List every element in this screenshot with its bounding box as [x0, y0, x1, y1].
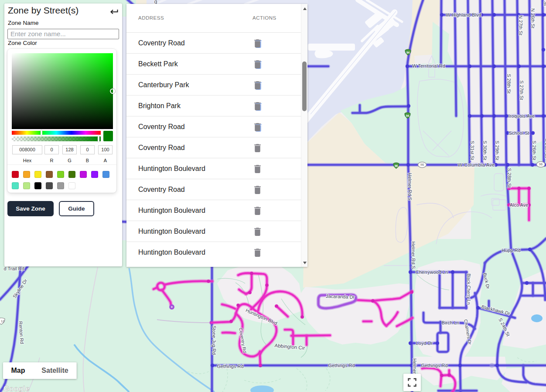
- svg-text:Cherrywood Ln: Cherrywood Ln: [416, 269, 448, 275]
- svg-text:94: 94: [406, 51, 410, 54]
- svg-text:S 30th St: S 30th St: [482, 140, 488, 160]
- svg-text:School St: School St: [508, 130, 529, 136]
- svg-text:Birch Ln: Birch Ln: [442, 320, 459, 325]
- svg-text:12: 12: [1, 320, 4, 323]
- svg-text:Black Cherry Ln: Black Cherry Ln: [466, 273, 471, 304]
- svg-text:St: St: [543, 1, 546, 6]
- svg-text:Alco Ave: Alco Ave: [510, 202, 529, 208]
- svg-text:W Highland Blvd: W Highland Blvd: [446, 12, 481, 17]
- svg-text:S 27th St: S 27th St: [519, 80, 524, 100]
- svg-text:Helmer Rd S: Helmer Rd S: [407, 173, 413, 201]
- svg-text:96: 96: [539, 162, 543, 166]
- svg-text:Loyd Dr: Loyd Dr: [416, 341, 433, 346]
- svg-text:Gethings Rd: Gethings Rd: [328, 363, 355, 368]
- svg-text:S 25th St: S 25th St: [544, 138, 546, 158]
- svg-text:Gethings Rd: Gethings Rd: [217, 364, 243, 369]
- svg-text:96: 96: [395, 164, 398, 167]
- svg-text:W Territorial Rd: W Territorial Rd: [412, 63, 445, 68]
- svg-text:S 31st St: S 31st St: [470, 141, 475, 160]
- svg-text:S 28th St: S 28th St: [506, 74, 512, 93]
- svg-text:d Trail Rd: d Trail Rd: [3, 266, 24, 271]
- svg-text:S 29th St: S 29th St: [495, 140, 500, 160]
- svg-text:Helmer Rd S: Helmer Rd S: [411, 242, 416, 269]
- svg-text:W Columbia Ave: W Columbia Ave: [458, 162, 495, 167]
- svg-text:Hupp Rd: Hupp Rd: [502, 248, 520, 253]
- svg-text:Jacaranda Dr: Jacaranda Dr: [326, 293, 355, 300]
- svg-text:96: 96: [420, 163, 424, 167]
- svg-text:Google: Google: [3, 385, 30, 392]
- svg-text:Stone Jug Rd: Stone Jug Rd: [212, 326, 217, 355]
- svg-text:S 26th St: S 26th St: [532, 140, 537, 160]
- svg-text:Gethings Rd: Gethings Rd: [421, 363, 447, 368]
- svg-text:94: 94: [406, 114, 410, 117]
- svg-text:N 27th St: N 27th St: [518, 15, 523, 35]
- svg-text:S 28th St: S 28th St: [507, 168, 512, 187]
- svg-text:Iroquois Ave: Iroquois Ave: [508, 113, 535, 119]
- svg-text:N 26th St: N 26th St: [530, 8, 536, 28]
